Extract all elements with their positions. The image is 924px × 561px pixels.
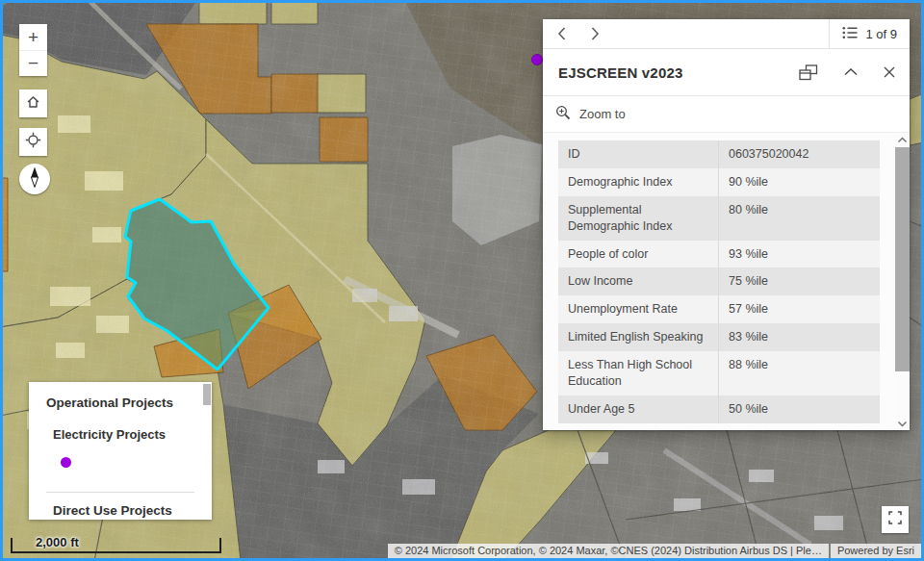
attribute-row: Less Than High School Education 88 %ile xyxy=(558,351,880,395)
field-label: ID xyxy=(558,140,719,168)
popup-header: EJSCREEN v2023 xyxy=(543,49,910,96)
home-button[interactable] xyxy=(19,89,47,117)
field-value: 57 %ile xyxy=(719,295,880,323)
powered-by-esri[interactable]: Powered by Esri xyxy=(831,544,921,558)
home-icon xyxy=(25,94,41,114)
attribute-row: People of color 93 %ile xyxy=(558,241,880,268)
field-value: 88 %ile xyxy=(719,351,880,395)
feature-list-toggle[interactable]: 1 of 9 xyxy=(829,19,910,48)
previous-feature-button[interactable] xyxy=(557,27,566,40)
scrollbar-thumb[interactable] xyxy=(895,147,910,371)
popup-content: ID 060375020042 Demographic Index 90 %il… xyxy=(543,133,910,430)
scroll-up-button[interactable] xyxy=(895,133,910,146)
field-value: 90 %ile xyxy=(719,168,880,196)
legend-section-direct-use: Direct Use Projects xyxy=(53,503,172,518)
attribute-row: ID 060375020042 xyxy=(558,140,880,168)
compass-button[interactable] xyxy=(19,164,50,194)
popup-title: EJSCREEN v2023 xyxy=(558,64,799,81)
scroll-down-button[interactable] xyxy=(895,417,910,430)
popup-scrollbar xyxy=(895,133,910,430)
zoom-out-button[interactable]: − xyxy=(19,51,47,77)
attribution-sources: © 2024 Microsoft Corporation, © 2024 Max… xyxy=(388,544,829,558)
field-value: 75 %ile xyxy=(719,268,880,295)
collapse-popup-button[interactable] xyxy=(844,68,858,76)
dock-popup-button[interactable] xyxy=(799,64,818,81)
attribute-row: Supplemental Demographic Index 80 %ile xyxy=(558,196,880,241)
locate-button[interactable] xyxy=(19,128,47,156)
electricity-project-point[interactable] xyxy=(532,55,543,65)
feature-popup: 1 of 9 EJSCREEN v2023 xyxy=(543,19,910,430)
zoom-control-group: + − xyxy=(19,24,47,76)
popup-pagination-bar: 1 of 9 xyxy=(543,19,910,49)
field-label: Under Age 5 xyxy=(558,395,719,423)
legend-scrollbar-thumb[interactable] xyxy=(203,384,211,405)
close-popup-button[interactable] xyxy=(884,66,895,78)
locate-icon xyxy=(25,132,41,152)
legend-panel: Operational Projects Electricity Project… xyxy=(29,382,212,520)
zoom-to-label: Zoom to xyxy=(579,107,626,121)
zoom-to-icon xyxy=(555,105,571,123)
legend-section-electricity: Electricity Projects xyxy=(53,427,166,442)
attribute-row: Demographic Index 90 %ile xyxy=(558,168,880,196)
feature-count-label: 1 of 9 xyxy=(865,27,897,41)
map-application-window: + − xyxy=(0,0,924,561)
fullscreen-button[interactable] xyxy=(882,506,909,533)
field-label: Demographic Index xyxy=(558,168,719,196)
field-value: 93 %ile xyxy=(719,241,880,268)
scale-bar: 2,000 ft xyxy=(11,538,221,553)
attribute-row: Low Income 75 %ile xyxy=(558,268,880,295)
field-label: Less Than High School Education xyxy=(558,351,719,395)
next-feature-button[interactable] xyxy=(591,27,600,40)
legend-heading: Operational Projects xyxy=(46,395,173,410)
field-label: Limited English Speaking xyxy=(558,323,719,351)
attribute-row: Under Age 5 50 %ile xyxy=(558,395,880,423)
attribute-table: ID 060375020042 Demographic Index 90 %il… xyxy=(558,140,880,423)
field-value: 83 %ile xyxy=(719,323,880,351)
field-label: Low Income xyxy=(558,268,719,295)
field-value: 80 %ile xyxy=(719,196,880,241)
field-value: 50 %ile xyxy=(719,395,880,423)
scale-bar-label: 2,000 ft xyxy=(36,535,79,549)
field-label: People of color xyxy=(558,241,719,268)
electricity-point-symbol xyxy=(61,457,71,468)
compass-needle-icon xyxy=(19,162,50,196)
fullscreen-icon xyxy=(888,511,902,528)
attribute-row: Unemployment Rate 57 %ile xyxy=(558,295,880,323)
field-label: Supplemental Demographic Index xyxy=(558,196,719,241)
field-value: 060375020042 xyxy=(719,140,880,168)
legend-divider xyxy=(46,492,194,493)
field-label: Unemployment Rate xyxy=(558,295,719,323)
zoom-in-button[interactable]: + xyxy=(19,24,47,51)
zoom-to-action[interactable]: Zoom to xyxy=(543,96,910,133)
attribution-bar: © 2024 Microsoft Corporation, © 2024 Max… xyxy=(388,544,921,558)
attribute-row: Limited English Speaking 83 %ile xyxy=(558,323,880,351)
feature-list-icon xyxy=(842,26,858,42)
